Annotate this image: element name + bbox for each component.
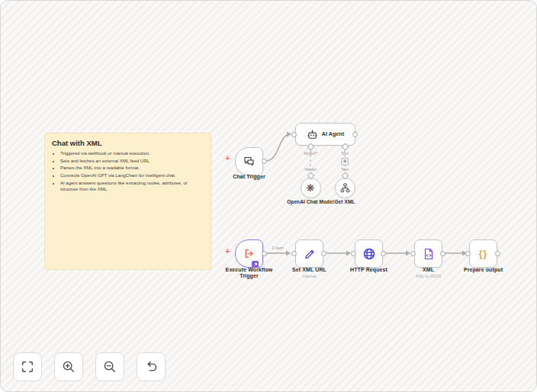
node-label-chat-trigger: Chat Trigger	[224, 174, 274, 180]
node-chat-trigger[interactable]	[235, 147, 263, 175]
output-port[interactable]	[440, 251, 445, 256]
output-port[interactable]	[352, 132, 358, 137]
node-label-ai-agent: AI Agent	[322, 131, 344, 137]
output-port[interactable]	[321, 251, 326, 256]
openai-icon: ❋	[307, 183, 315, 193]
zoom-out-icon	[103, 360, 117, 374]
add-tool-button[interactable]: +	[341, 158, 349, 165]
node-xml[interactable]	[414, 239, 442, 268]
tool-port-label: Tool	[330, 151, 360, 156]
chat-icon	[243, 155, 256, 168]
zoom-in-icon	[62, 360, 76, 374]
input-port[interactable]	[291, 132, 297, 137]
pinned-data-badge[interactable]	[252, 261, 259, 268]
node-label-xml: XML	[404, 267, 453, 273]
workflow-canvas[interactable]: Chat with XML Triggered via webhook or m…	[0, 0, 537, 392]
pencil-icon	[304, 248, 316, 260]
sitemap-icon	[340, 183, 350, 193]
sticky-bullet: Parses the XML into a readable format.	[60, 165, 204, 172]
trigger-indicator-icon: +	[225, 248, 230, 255]
node-openai-chat-model[interactable]: ❋	[301, 178, 321, 198]
input-port[interactable]	[291, 251, 297, 256]
node-subtitle-xml: XML to JSON	[404, 274, 453, 278]
node-label-set-xml-url: Set XML URL	[285, 267, 334, 273]
node-ai-agent[interactable]: AI Agent	[295, 123, 355, 146]
xml-file-icon	[423, 248, 435, 260]
undo-icon	[144, 360, 158, 374]
node-get-xml[interactable]	[335, 178, 355, 198]
pin-icon	[253, 262, 258, 267]
output-port[interactable]	[262, 251, 267, 256]
sticky-bullet: Triggered via webhook or manual executio…	[60, 150, 204, 157]
model-port-label: Model*	[295, 151, 326, 156]
node-set-xml-url[interactable]	[295, 239, 323, 268]
sticky-note[interactable]: Chat with XML Triggered via webhook or m…	[44, 133, 211, 270]
sticky-bullet: AI agent answers questions like extracti…	[60, 180, 204, 193]
node-label-prepare-output: Prepare output	[458, 267, 508, 273]
input-port[interactable]	[351, 251, 356, 256]
zoom-in-button[interactable]	[54, 352, 83, 381]
node-execute-workflow-trigger[interactable]	[235, 239, 263, 268]
execute-workflow-icon	[243, 247, 256, 260]
edge-item-count-label: 1 item	[262, 246, 293, 250]
trigger-indicator-icon: +	[225, 155, 230, 162]
node-http-request[interactable]	[355, 239, 383, 268]
input-port[interactable]	[465, 251, 471, 256]
output-port[interactable]	[262, 159, 267, 164]
undo-button[interactable]	[137, 352, 166, 381]
output-port[interactable]	[495, 251, 500, 256]
sticky-bullet: Connects OpenAI GPT via LangChain for in…	[60, 172, 204, 179]
fit-view-icon	[21, 360, 34, 374]
node-prepare-output[interactable]: {}	[469, 239, 497, 268]
globe-icon	[362, 247, 376, 261]
braces-icon: {}	[479, 249, 487, 259]
node-subtitle-set-xml-url: manual	[285, 274, 334, 278]
sticky-bullet: Sets and fetches an external XML feed UR…	[60, 158, 204, 165]
sticky-note-list: Triggered via webhook or manual executio…	[52, 150, 204, 193]
sticky-note-title: Chat with XML	[52, 139, 204, 147]
node-label-http-request: HTTP Request	[344, 267, 394, 273]
fit-view-button[interactable]	[13, 352, 42, 381]
input-port[interactable]	[410, 251, 416, 256]
node-label-get-xml: Get XML	[322, 199, 368, 204]
node-label-execute-workflow-trigger: Execute Workflow Trigger	[224, 267, 274, 279]
output-port[interactable]	[381, 251, 386, 256]
robot-icon	[307, 129, 318, 140]
zoom-out-button[interactable]	[95, 352, 124, 381]
